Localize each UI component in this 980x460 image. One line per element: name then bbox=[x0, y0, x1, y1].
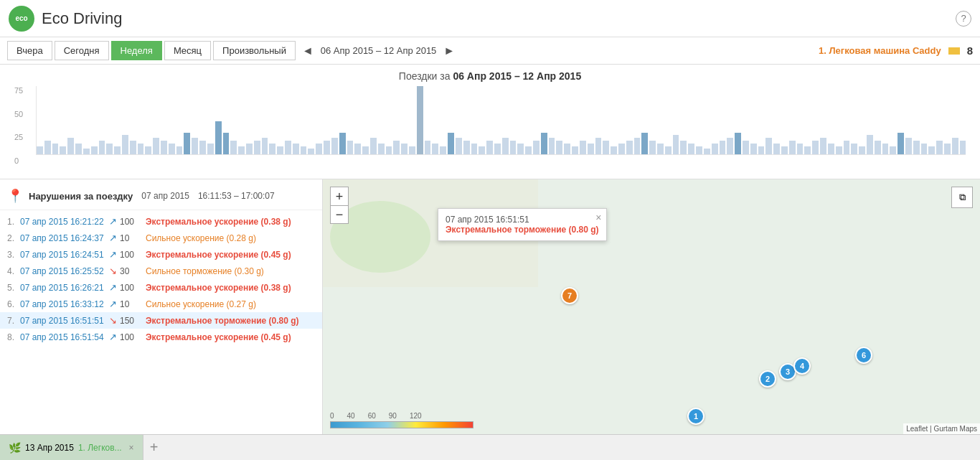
chart-bar bbox=[60, 146, 66, 154]
violation-row[interactable]: 8. 07 апр 2015 16:51:54 ↗ 100 Экстремаль… bbox=[0, 329, 322, 345]
y-label-75: 75 bbox=[14, 86, 23, 95]
zoom-in-button[interactable]: + bbox=[330, 187, 349, 205]
period-month[interactable]: Месяц bbox=[164, 41, 211, 60]
nav-prev-button[interactable]: ◄ bbox=[298, 44, 318, 57]
period-custom[interactable]: Произвольный bbox=[213, 41, 296, 60]
nav-next-button[interactable]: ► bbox=[439, 44, 459, 57]
page-title: Eco Driving bbox=[42, 9, 956, 28]
violation-arrow: ↗ bbox=[109, 299, 117, 309]
violation-desc: Экстремальное ускорение (0.45 g) bbox=[146, 250, 291, 260]
tab-add-button[interactable]: + bbox=[143, 437, 165, 459]
chart-bar bbox=[611, 146, 617, 154]
tab-date-0: 13 Апр 2015 bbox=[25, 443, 74, 453]
chart-bar bbox=[765, 138, 772, 154]
chart-bars bbox=[36, 86, 966, 155]
chart-bar bbox=[851, 144, 857, 154]
violation-row[interactable]: 4. 07 апр 2015 16:25:52 ↘ 30 Сильное тор… bbox=[0, 263, 322, 279]
trip-date: 07 апр 2015 bbox=[141, 191, 189, 201]
violation-arrow: ↘ bbox=[109, 266, 117, 276]
violation-num: 6. bbox=[7, 299, 17, 309]
chart-bar bbox=[859, 146, 865, 154]
layers-icon: ⧉ bbox=[959, 192, 966, 203]
violation-row[interactable]: 2. 07 апр 2015 16:24:37 ↗ 10 Сильное уск… bbox=[0, 230, 322, 246]
chart-bar bbox=[75, 144, 82, 154]
chart-bar bbox=[781, 146, 788, 154]
chart-bar bbox=[735, 133, 741, 154]
chart-bar bbox=[99, 141, 105, 154]
chart-bar bbox=[541, 133, 547, 154]
chart-bar bbox=[928, 146, 935, 154]
chart-bar bbox=[401, 144, 407, 154]
chart-bar bbox=[750, 144, 757, 154]
violation-num: 3. bbox=[7, 250, 17, 260]
violation-date: 07 апр 2015 16:25:52 bbox=[20, 266, 106, 276]
chart-bar bbox=[804, 146, 811, 154]
marker-label-1: 1 bbox=[694, 412, 698, 421]
period-today[interactable]: Сегодня bbox=[55, 41, 109, 60]
chart-bar bbox=[230, 141, 237, 154]
vehicle-color-icon bbox=[948, 47, 960, 55]
violation-score: 100 bbox=[120, 250, 143, 260]
violation-row[interactable]: 6. 07 апр 2015 16:33:12 ↗ 10 Сильное уск… bbox=[0, 296, 322, 312]
chart-bar bbox=[44, 141, 51, 154]
chart-bar bbox=[688, 144, 694, 154]
chart-bar bbox=[138, 144, 144, 154]
violation-row[interactable]: 5. 07 апр 2015 16:26:21 ↗ 100 Экстремаль… bbox=[0, 279, 322, 296]
map-layers-button[interactable]: ⧉ bbox=[951, 187, 973, 208]
popup-close-button[interactable]: × bbox=[595, 212, 601, 223]
zoom-out-button[interactable]: − bbox=[330, 205, 349, 224]
chart-bar bbox=[704, 149, 710, 154]
violation-row[interactable]: 7. 07 апр 2015 16:51:51 ↘ 150 Экстремаль… bbox=[0, 312, 322, 329]
map-marker-6[interactable]: 6 bbox=[855, 347, 872, 364]
chart-bar bbox=[603, 141, 609, 154]
main-area: 📍 Нарушения за поездку 07 апр 2015 16:11… bbox=[0, 179, 980, 434]
period-yesterday[interactable]: Вчера bbox=[7, 41, 52, 60]
vehicle-label: 1. Легковая машина Caddy bbox=[819, 45, 941, 56]
popup-date: 07 апр 2015 16:51:51 bbox=[446, 215, 599, 225]
chart-title-prefix: Поездки за bbox=[399, 70, 453, 82]
toolbar-right: 1. Легковая машина Caddy 8 bbox=[819, 44, 973, 57]
chart-bar bbox=[215, 121, 222, 154]
chart-bar bbox=[448, 133, 454, 154]
violation-num: 2. bbox=[7, 233, 17, 243]
map-marker-2[interactable]: 2 bbox=[759, 370, 776, 388]
chart-bar bbox=[308, 149, 314, 154]
chart-bar bbox=[572, 146, 578, 154]
map-area[interactable]: Победителей пр. Комсомольское Притыцкого… bbox=[323, 179, 980, 434]
map-popup: × 07 апр 2015 16:51:51 Экстремальное тор… bbox=[438, 208, 607, 241]
chart-bar bbox=[641, 133, 648, 154]
chart-bar bbox=[720, 141, 726, 154]
chart-bar bbox=[238, 146, 245, 154]
chart-bar bbox=[944, 144, 951, 154]
chart-bar bbox=[875, 141, 881, 154]
logo-text: eco bbox=[15, 14, 27, 22]
map-marker-4[interactable]: 4 bbox=[793, 357, 811, 375]
map-marker-1[interactable]: 1 bbox=[687, 408, 705, 425]
chart-bar bbox=[510, 141, 517, 154]
violation-date: 07 апр 2015 16:33:12 bbox=[20, 299, 106, 309]
chart-bar bbox=[517, 144, 524, 154]
speed-0: 0 bbox=[330, 412, 334, 420]
chart-bar bbox=[897, 133, 904, 154]
chart-bar bbox=[354, 144, 361, 154]
chart-bar bbox=[844, 141, 850, 154]
violation-desc: Экстремальное ускорение (0.38 g) bbox=[146, 283, 291, 293]
tab-close-0[interactable]: × bbox=[129, 443, 134, 453]
chart-bar bbox=[634, 138, 641, 154]
chart-area: Поездки за 06 Апр 2015 – 12 Апр 2015 75 … bbox=[0, 65, 980, 179]
violation-score: 10 bbox=[120, 299, 143, 309]
period-week[interactable]: Неделя bbox=[111, 41, 162, 60]
chart-bar bbox=[649, 141, 656, 154]
chart-bar bbox=[471, 144, 478, 154]
chart-bar bbox=[836, 146, 842, 154]
violation-row[interactable]: 3. 07 апр 2015 16:24:51 ↗ 100 Экстремаль… bbox=[0, 246, 322, 263]
violation-row[interactable]: 1. 07 апр 2015 16:21:22 ↗ 100 Экстремаль… bbox=[0, 213, 322, 230]
help-button[interactable]: ? bbox=[956, 11, 971, 27]
trip-time: 16:11:53 – 17:00:07 bbox=[198, 191, 275, 201]
map-marker-7[interactable]: 7 bbox=[561, 287, 578, 304]
chart-bar bbox=[386, 146, 392, 154]
violation-desc: Экстремальное ускорение (0.38 g) bbox=[146, 217, 291, 227]
chart-bar bbox=[556, 141, 562, 154]
violation-date: 07 апр 2015 16:51:51 bbox=[20, 316, 106, 326]
tab-item-0[interactable]: 🌿 13 Апр 2015 1. Легков... × bbox=[0, 435, 143, 461]
